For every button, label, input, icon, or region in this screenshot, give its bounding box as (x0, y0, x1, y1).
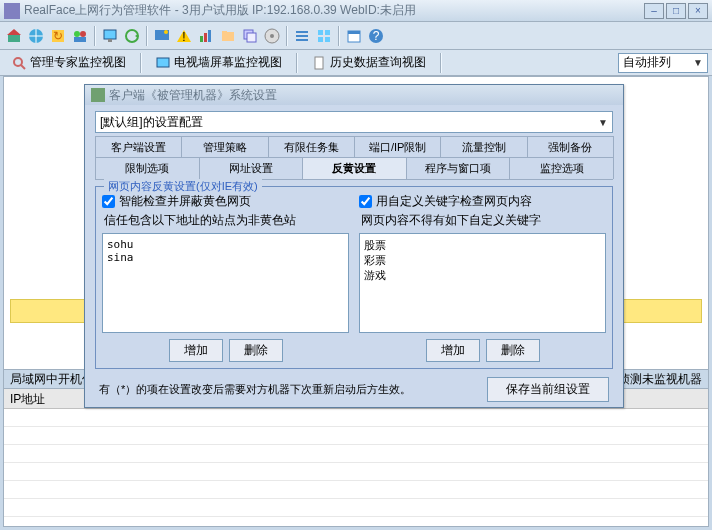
left-panel: 智能检查并屏蔽黄色网页 信任包含以下地址的站点为非黄色站 sohu sina 增… (102, 193, 349, 362)
svg-text:!: ! (182, 30, 185, 44)
copy-icon[interactable] (240, 26, 260, 46)
trust-sites-list[interactable]: sohu sina (102, 233, 349, 333)
svg-point-13 (164, 30, 168, 34)
keyword-check-label: 用自定义关键字检查网页内容 (376, 193, 532, 210)
add-trust-button[interactable]: 增加 (169, 339, 223, 362)
svg-rect-22 (247, 33, 256, 42)
trust-sites-desc: 信任包含以下地址的站点为非黄色站 (102, 212, 349, 229)
help-icon[interactable]: ? (366, 26, 386, 46)
app-icon (4, 3, 20, 19)
keyword-list[interactable]: 股票 彩票 游戏 (359, 233, 606, 333)
svg-rect-18 (208, 30, 211, 42)
main-titlebar: RealFace上网行为管理软件 - 3用户试用版 IP:192.168.0.3… (0, 0, 712, 22)
sort-dropdown[interactable]: 自动排列 ▼ (618, 53, 708, 73)
tab-port-ip[interactable]: 端口/IP限制 (354, 136, 441, 158)
dialog-title-text: 客户端《被管理机器》系统设置 (109, 87, 277, 104)
titlebar-text: RealFace上网行为管理软件 - 3用户试用版 IP:192.168.0.3… (24, 2, 644, 19)
svg-rect-20 (222, 31, 227, 33)
tab-traffic[interactable]: 流量控制 (440, 136, 527, 158)
svg-rect-0 (8, 34, 20, 42)
delete-keyword-button[interactable]: 删除 (486, 339, 540, 362)
screen-icon[interactable] (152, 26, 172, 46)
view-tabs: 管理专家监控视图 电视墙屏幕监控视图 历史数据查询视图 自动排列 ▼ (0, 50, 712, 76)
svg-rect-26 (296, 35, 308, 37)
tab-restrictions[interactable]: 限制选项 (95, 157, 200, 179)
tab-task-set[interactable]: 有限任务集 (268, 136, 355, 158)
settings-tabs: 客户端设置 管理策略 有限任务集 端口/IP限制 流量控制 强制备份 限制选项 … (95, 137, 613, 180)
svg-rect-7 (74, 37, 86, 42)
tab-programs[interactable]: 程序与窗口项 (406, 157, 511, 179)
tab-client-settings[interactable]: 客户端设置 (95, 136, 182, 158)
calendar-icon[interactable] (344, 26, 364, 46)
sort-label: 自动排列 (623, 54, 671, 71)
tab-tv-wall[interactable]: 电视墙屏幕监控视图 (148, 51, 290, 74)
close-button[interactable]: × (688, 3, 708, 19)
svg-point-5 (74, 31, 80, 37)
svg-rect-31 (325, 37, 330, 42)
disc-icon[interactable] (262, 26, 282, 46)
dialog-footer: 有（*）的项在设置改变后需要对方机器下次重新启动后方生效。 保存当前组设置 (95, 377, 613, 402)
home-icon[interactable] (4, 26, 24, 46)
save-group-button[interactable]: 保存当前组设置 (487, 377, 609, 402)
minimize-button[interactable]: – (644, 3, 664, 19)
svg-rect-17 (204, 33, 207, 42)
dialog-titlebar[interactable]: 客户端《被管理机器》系统设置 (85, 85, 623, 105)
delete-trust-button[interactable]: 删除 (229, 339, 283, 362)
footer-note: 有（*）的项在设置改变后需要对方机器下次重新启动后方生效。 (99, 382, 477, 397)
globe-icon[interactable] (26, 26, 46, 46)
chart-icon[interactable] (196, 26, 216, 46)
keyword-desc: 网页内容不得有如下自定义关键字 (359, 212, 606, 229)
svg-rect-16 (200, 36, 203, 42)
users-icon[interactable] (70, 26, 90, 46)
tab-url-settings[interactable]: 网址设置 (199, 157, 304, 179)
tab-label: 管理专家监控视图 (30, 54, 126, 71)
tab-history[interactable]: 历史数据查询视图 (304, 51, 434, 74)
tab-label: 历史数据查询视图 (330, 54, 426, 71)
tab-policy[interactable]: 管理策略 (181, 136, 268, 158)
sync-icon[interactable] (122, 26, 142, 46)
group-dropdown[interactable]: [默认组]的设置配置 ▼ (95, 111, 613, 133)
svg-rect-9 (108, 39, 112, 42)
tab-backup[interactable]: 强制备份 (527, 136, 614, 158)
tab-anti-porn[interactable]: 反黄设置 (302, 157, 407, 179)
svg-rect-28 (318, 30, 323, 35)
svg-rect-19 (222, 32, 234, 41)
svg-text:↻: ↻ (53, 29, 63, 43)
refresh-icon[interactable]: ↻ (48, 26, 68, 46)
keyword-check-checkbox[interactable] (359, 195, 372, 208)
main-toolbar: ↻ ! ? (0, 22, 712, 50)
dialog-icon (91, 88, 105, 102)
svg-rect-29 (325, 30, 330, 35)
svg-rect-33 (348, 31, 360, 34)
svg-point-36 (14, 58, 22, 66)
svg-rect-25 (296, 31, 308, 33)
monitor-icon[interactable] (100, 26, 120, 46)
tab-expert-monitor[interactable]: 管理专家监控视图 (4, 51, 134, 74)
svg-text:?: ? (373, 29, 380, 43)
smart-check-checkbox[interactable] (102, 195, 115, 208)
svg-rect-39 (315, 57, 323, 69)
grid-rows (4, 409, 708, 526)
folder-icon[interactable] (218, 26, 238, 46)
group-label: [默认组]的设置配置 (100, 114, 203, 131)
smart-check-label: 智能检查并屏蔽黄色网页 (119, 193, 251, 210)
svg-line-37 (21, 65, 25, 69)
doc-icon (312, 56, 326, 70)
warning-icon[interactable]: ! (174, 26, 194, 46)
list-icon[interactable] (292, 26, 312, 46)
anti-porn-fieldset: 网页内容反黄设置(仅对IE有效) 智能检查并屏蔽黄色网页 信任包含以下地址的站点… (95, 186, 613, 369)
svg-rect-30 (318, 37, 323, 42)
svg-point-24 (270, 34, 274, 38)
grid-icon[interactable] (314, 26, 334, 46)
smart-check-row[interactable]: 智能检查并屏蔽黄色网页 (102, 193, 349, 210)
add-keyword-button[interactable]: 增加 (426, 339, 480, 362)
tab-monitor-options[interactable]: 监控选项 (509, 157, 614, 179)
magnifier-icon (12, 56, 26, 70)
tv-icon (156, 56, 170, 70)
svg-marker-11 (135, 34, 138, 38)
svg-point-6 (80, 31, 86, 37)
settings-dialog: 客户端《被管理机器》系统设置 [默认组]的设置配置 ▼ 客户端设置 管理策略 有… (84, 84, 624, 408)
maximize-button[interactable]: □ (666, 3, 686, 19)
keyword-check-row[interactable]: 用自定义关键字检查网页内容 (359, 193, 606, 210)
svg-marker-1 (7, 29, 21, 35)
